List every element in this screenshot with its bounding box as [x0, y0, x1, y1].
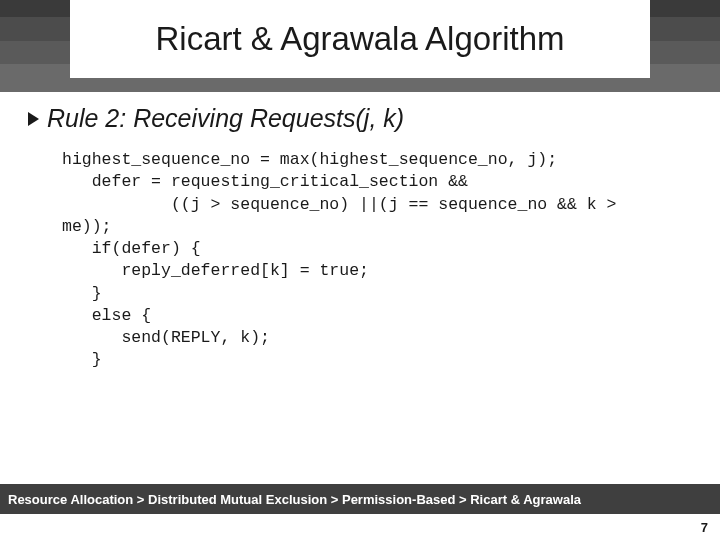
- content-area: Rule 2: Receiving Requests(j, k) highest…: [0, 92, 720, 372]
- title-box: Ricart & Agrawala Algorithm: [70, 0, 650, 78]
- subhead-row: Rule 2: Receiving Requests(j, k): [28, 104, 692, 133]
- breadcrumb-bar: Resource Allocation > Distributed Mutual…: [0, 484, 720, 514]
- breadcrumb: Resource Allocation > Distributed Mutual…: [8, 492, 581, 507]
- bullet-triangle-icon: [28, 112, 39, 126]
- code-block: highest_sequence_no = max(highest_sequen…: [28, 149, 692, 372]
- rule-heading: Rule 2: Receiving Requests(j, k): [47, 104, 404, 133]
- page-number: 7: [701, 520, 708, 535]
- slide-title: Ricart & Agrawala Algorithm: [155, 20, 564, 58]
- header-band: Ricart & Agrawala Algorithm: [0, 0, 720, 92]
